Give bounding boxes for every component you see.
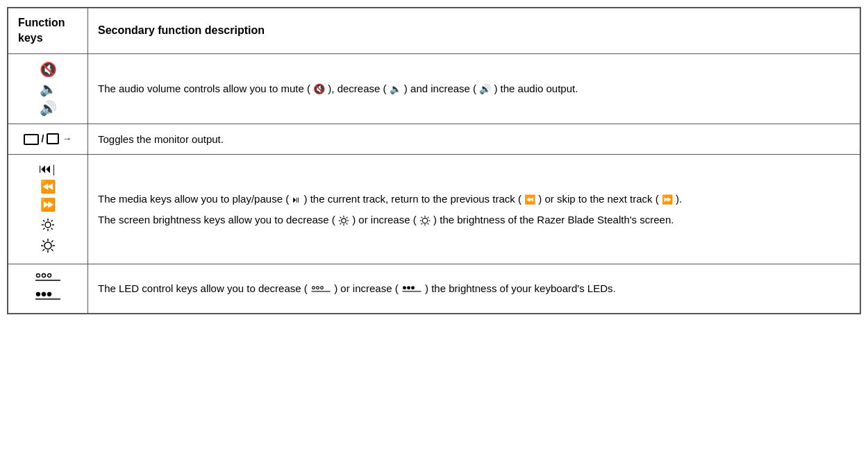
play-pause-icon: ⏮│: [39, 162, 57, 176]
svg-line-19: [51, 241, 53, 243]
fast-forward-icon: ⏩: [40, 197, 56, 212]
svg-point-12: [44, 242, 51, 249]
column-header-keys: Function keys: [8, 8, 88, 54]
led-description: The LED control keys allow you to decrea…: [98, 280, 850, 296]
svg-line-36: [428, 223, 429, 224]
led-increase-icon: [34, 290, 62, 306]
monitor-icons-cell: / →: [8, 124, 88, 154]
volume-down-icon: 🔈: [40, 80, 57, 97]
rewind-icon: ⏪: [40, 179, 56, 194]
led-icon-stack: [18, 271, 78, 306]
media-description: The media keys allow you to play/pause (…: [98, 191, 850, 228]
audio-desc-cell: The audio volume controls allow you to m…: [88, 53, 860, 124]
svg-line-29: [340, 223, 342, 224]
column-header-desc: Secondary function description: [88, 8, 860, 54]
svg-point-39: [37, 274, 40, 278]
svg-line-28: [347, 216, 348, 218]
volume-up-icon: 🔊: [40, 100, 57, 117]
svg-line-35: [421, 216, 422, 218]
svg-point-49: [321, 287, 324, 289]
svg-line-20: [43, 249, 45, 251]
svg-point-51: [403, 287, 406, 289]
monitor-description: Toggles the monitor output.: [98, 131, 850, 147]
svg-line-26: [340, 216, 342, 218]
svg-line-11: [43, 228, 44, 230]
audio-icon-stack: 🔇 🔈 🔊: [18, 61, 78, 117]
svg-point-21: [342, 218, 346, 222]
svg-line-9: [51, 228, 53, 230]
media-icon-stack: ⏮│ ⏪ ⏩: [18, 162, 78, 257]
svg-point-43: [37, 293, 40, 296]
media-desc-cell: The media keys allow you to play/pause (…: [88, 155, 860, 264]
monitor-rect-icon: [24, 133, 39, 145]
svg-line-37: [428, 216, 429, 218]
svg-line-17: [43, 241, 45, 243]
svg-point-45: [48, 293, 51, 296]
svg-line-38: [421, 223, 422, 224]
svg-line-8: [43, 220, 44, 221]
svg-point-53: [411, 287, 414, 289]
monitor-icon: / →: [24, 133, 73, 145]
mute-icon: 🔇: [40, 61, 57, 78]
function-keys-table: Function keys Secondary function descrip…: [7, 7, 861, 314]
brightness-up-icon: [40, 238, 56, 257]
svg-point-47: [312, 287, 315, 289]
svg-line-18: [51, 249, 53, 251]
monitor-desc-cell: Toggles the monitor output.: [88, 124, 860, 154]
svg-point-41: [48, 274, 51, 278]
svg-rect-0: [24, 135, 38, 144]
svg-point-44: [42, 293, 46, 296]
media-icons-cell: ⏮│ ⏪ ⏩: [8, 155, 88, 264]
audio-icons-cell: 🔇 🔈 🔊: [8, 53, 88, 124]
table-row: / → Toggles the monitor outpu: [8, 124, 860, 154]
table-row: ⏮│ ⏪ ⏩: [8, 155, 860, 264]
svg-point-40: [42, 274, 46, 278]
led-icons-cell: [8, 264, 88, 314]
led-decrease-icon: [34, 271, 62, 287]
svg-point-48: [317, 287, 319, 289]
table-row: The LED control keys allow you to decrea…: [8, 264, 860, 314]
svg-text:→: →: [62, 134, 72, 144]
svg-line-27: [347, 223, 348, 224]
svg-point-30: [422, 218, 427, 223]
svg-line-10: [51, 220, 53, 221]
monitor-arrow-icon: →: [47, 133, 72, 144]
brightness-down-icon: [41, 218, 55, 235]
table-row: 🔇 🔈 🔊 The audio volume controls allow yo…: [8, 53, 860, 124]
svg-rect-1: [47, 134, 58, 144]
audio-description: The audio volume controls allow you to m…: [98, 80, 850, 97]
led-desc-cell: The LED control keys allow you to decrea…: [88, 264, 860, 314]
svg-point-3: [45, 222, 51, 228]
svg-point-52: [407, 287, 410, 289]
